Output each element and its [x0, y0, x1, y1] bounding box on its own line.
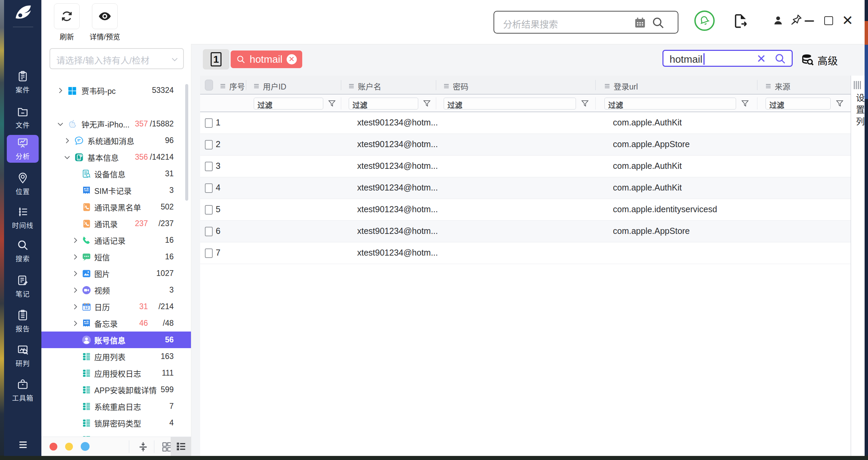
filter-input-account[interactable]: 过滤 [349, 98, 418, 109]
sidebar-item-search[interactable]: 搜索 [7, 237, 39, 265]
sidebar-item-notes[interactable]: 笔记 [7, 273, 39, 300]
column-header-no[interactable]: 序号 [219, 80, 245, 92]
tree-node-app-auth-log[interactable]: 应用授权日志 111 [41, 365, 191, 381]
chevron-right-icon[interactable] [71, 319, 79, 327]
funnel-icon[interactable] [740, 99, 750, 108]
column-header-account[interactable]: 账户名 [348, 80, 381, 92]
table-row[interactable]: 3 xtest901234@hotm... com.apple.AuthKit [200, 156, 851, 177]
table-row[interactable]: 1 xtest901234@hotm... com.apple.AuthKit [200, 112, 851, 134]
tree-node-videos[interactable]: 视频 3 [41, 282, 191, 298]
row-checkbox[interactable] [205, 248, 213, 258]
collapse-panel-icon[interactable] [137, 441, 149, 453]
tree-node-images[interactable]: 图片 1027 [41, 265, 191, 282]
column-header-password[interactable]: 密码 [443, 80, 468, 92]
table-row[interactable]: 2 xtest901234@hotm... com.apple.AppStore [200, 134, 851, 156]
tree-node-app-install-detail[interactable]: APP安装卸载详情 599 [41, 381, 191, 398]
sidebar-item-case[interactable]: 案件 [7, 68, 39, 96]
tree-node-memos[interactable]: 备忘录 46/48 [41, 315, 191, 332]
sidebar-item-timeline[interactable]: 时间线 [7, 204, 39, 232]
chevron-down-icon[interactable] [56, 120, 64, 128]
sidebar-item-toolbox[interactable]: 工具箱 [7, 377, 39, 404]
tree-node-iphone-device[interactable]: 钟无声-iPho... 357/15882 [41, 116, 191, 132]
sidebar-item-analysis[interactable]: 分析 [7, 135, 39, 163]
notification-bell-button[interactable] [694, 11, 715, 31]
tree-node-device-info[interactable]: 设备信息 31 [41, 165, 191, 182]
row-checkbox[interactable] [205, 183, 213, 193]
red-filter-dot[interactable] [50, 443, 57, 451]
chevron-right-icon[interactable] [71, 269, 79, 278]
table-row[interactable]: 6 xtest901234@hotm... com.apple.AppStore [200, 221, 851, 242]
holder-select-combobox[interactable]: 请选择/输入持有人/检材 [50, 48, 184, 69]
table-row[interactable]: 4 xtest901234@hotm... com.apple.AuthKit [200, 177, 851, 199]
tree-node-contacts[interactable]: 通讯录 237/237 [41, 215, 191, 232]
minimize-button[interactable] [805, 20, 814, 22]
column-header-userid[interactable]: 用户ID [253, 80, 286, 92]
refresh-button[interactable] [54, 3, 80, 29]
filter-input-password[interactable]: 过滤 [444, 98, 576, 109]
filter-input-loginurl[interactable]: 过滤 [604, 98, 736, 109]
chevron-down-icon[interactable] [63, 153, 71, 161]
sidebar-item-report[interactable]: 报告 [7, 307, 39, 335]
list-view-toggle-active[interactable] [171, 437, 191, 456]
tree-node-call-log[interactable]: 通话记录 16 [41, 232, 191, 248]
advanced-search-button[interactable]: 高级 [801, 53, 838, 67]
calendar-icon[interactable] [634, 16, 647, 29]
funnel-icon[interactable] [327, 99, 336, 108]
table-row[interactable]: 7 xtest901234@hotm... [200, 242, 851, 264]
chevron-right-icon[interactable] [71, 303, 79, 311]
blue-filter-dot[interactable] [81, 442, 90, 451]
row-checkbox[interactable] [205, 162, 213, 171]
drag-handle-icon[interactable] [854, 81, 861, 89]
row-checkbox[interactable] [205, 227, 213, 236]
chevron-right-icon[interactable] [71, 236, 79, 244]
export-file-icon[interactable] [733, 13, 748, 29]
search-icon[interactable] [651, 16, 665, 29]
pin-icon[interactable] [790, 14, 803, 26]
tree-node-app-list[interactable]: 应用列表 163 [41, 348, 191, 365]
tree-node-system-notifications[interactable]: 系统通知消息 96 [41, 132, 191, 149]
filter-input-source[interactable]: 过滤 [766, 98, 831, 109]
tree-node-account-info-selected[interactable]: 账号信息 56 [41, 332, 191, 348]
result-tab-1[interactable]: 1 [203, 49, 229, 69]
sidebar-item-files[interactable]: 文件 [7, 104, 39, 132]
chevron-right-icon[interactable] [56, 86, 64, 95]
funnel-icon[interactable] [422, 99, 431, 108]
table-row[interactable]: 5 xtest901234@hotm... com.apple.identity… [200, 199, 851, 221]
tree-node-sim-records[interactable]: SIM卡记录 3 [41, 182, 191, 199]
sidebar-item-judge[interactable]: 研判 [7, 342, 39, 370]
chevron-right-icon[interactable] [63, 137, 71, 145]
select-all-checkbox[interactable] [205, 80, 213, 91]
column-settings-strip[interactable]: 设置列 [851, 76, 865, 456]
chevron-right-icon[interactable] [71, 253, 79, 261]
row-checkbox[interactable] [205, 140, 213, 149]
search-icon[interactable] [774, 53, 786, 65]
tree-node-contacts-blacklist[interactable]: 通讯录黑名单 502 [41, 199, 191, 215]
close-button[interactable]: ✕ [842, 14, 853, 27]
row-checkbox[interactable] [205, 118, 213, 128]
keyword-chip-hotmail[interactable]: hotmail ✕ [231, 51, 302, 68]
funnel-icon[interactable] [580, 99, 590, 108]
sidebar-item-location[interactable]: 位置 [7, 170, 39, 198]
tree-node-windows-pc[interactable]: 贾韦码-pc 53324 [41, 82, 191, 99]
tree-node-sms[interactable]: 短信 16 [41, 248, 191, 265]
chevron-right-icon[interactable] [71, 286, 79, 294]
tree-node-calendar[interactable]: 日历 31/214 [41, 298, 191, 315]
tree-scrollbar[interactable] [185, 84, 188, 201]
column-header-source[interactable]: 来源 [765, 80, 790, 92]
tree-node-basic-info[interactable]: 基本信息 356/14214 [41, 149, 191, 165]
clear-search-icon[interactable]: ✕ [756, 53, 767, 64]
tree-node-reboot-log[interactable]: 系统重启日志 7 [41, 398, 191, 415]
preview-button[interactable] [92, 3, 118, 29]
tree-node-lock-password-type[interactable]: 锁屏密码类型 4 [41, 415, 191, 431]
user-icon[interactable] [773, 15, 784, 26]
chip-close-icon[interactable]: ✕ [287, 54, 297, 64]
hamburger-menu-icon[interactable] [16, 439, 30, 450]
filter-input-userid[interactable]: 过滤 [254, 98, 323, 109]
yellow-filter-dot[interactable] [65, 443, 73, 451]
column-header-loginurl[interactable]: 登录url [603, 80, 638, 92]
maximize-button[interactable] [824, 16, 833, 25]
result-filter-search-input[interactable]: hotmail ✕ [662, 50, 793, 67]
funnel-icon[interactable] [835, 99, 844, 108]
row-checkbox[interactable] [205, 205, 213, 215]
global-search-box[interactable]: 分析结果搜索 [494, 11, 678, 34]
